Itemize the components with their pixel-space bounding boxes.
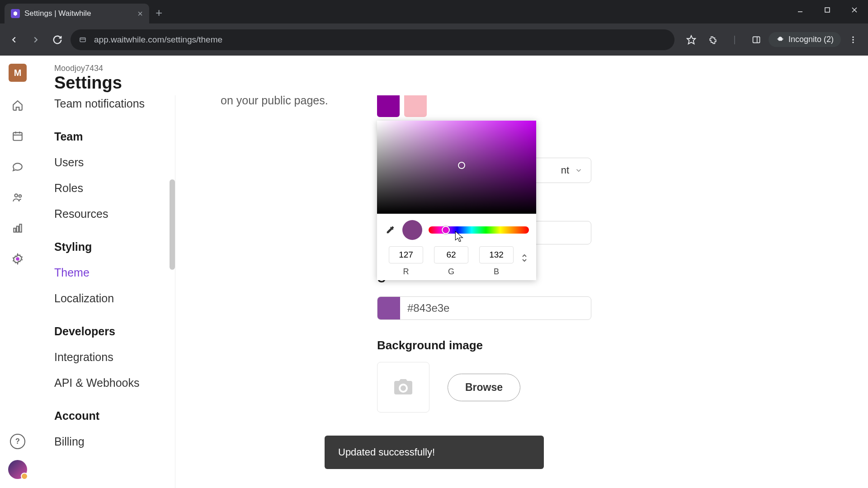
breadcrumb: Moodjoy7434 — [54, 64, 868, 73]
svg-point-17 — [19, 195, 21, 197]
site-info-icon[interactable] — [78, 35, 88, 45]
sidebar-item-api-webhooks[interactable]: API & Webhooks — [54, 370, 165, 396]
sidebar-item-billing[interactable]: Billing — [54, 429, 165, 455]
sv-cursor[interactable] — [458, 162, 465, 169]
app: M ? Moodjoy7434 Settings Team notificati… — [0, 56, 868, 488]
hue-slider[interactable] — [429, 226, 529, 234]
theme-description: on your public pages. — [221, 93, 356, 108]
user-avatar[interactable] — [8, 460, 27, 479]
sidebar-heading-account: Account — [54, 396, 165, 429]
svg-rect-19 — [17, 226, 19, 232]
incognito-icon — [776, 35, 785, 44]
favicon — [11, 9, 20, 18]
swatch-primary[interactable] — [377, 95, 400, 117]
browse-button[interactable]: Browse — [448, 374, 520, 401]
cover-hex-value[interactable]: #843e3e — [400, 297, 591, 319]
select-value-suffix: nt — [561, 164, 569, 176]
b-input[interactable] — [479, 246, 514, 263]
extensions-icon[interactable] — [703, 30, 722, 49]
page-header: Moodjoy7434 Settings — [35, 56, 868, 95]
minimize-button[interactable] — [787, 0, 814, 20]
incognito-badge[interactable]: Incognito (2) — [769, 32, 841, 47]
people-icon[interactable] — [10, 190, 25, 205]
color-chip-cover[interactable] — [377, 297, 400, 319]
page-title: Settings — [54, 73, 868, 93]
g-input[interactable] — [434, 246, 468, 263]
svg-rect-1 — [825, 8, 830, 12]
analytics-icon[interactable] — [10, 221, 25, 235]
hue-thumb[interactable] — [442, 226, 450, 234]
eyedropper-icon[interactable] — [384, 224, 396, 236]
new-tab-button[interactable]: + — [156, 6, 162, 20]
back-button[interactable] — [5, 31, 23, 48]
sidebar-item-integrations[interactable]: Integrations — [54, 344, 165, 370]
sidebar-item-users[interactable]: Users — [54, 150, 165, 175]
settings-icon[interactable] — [10, 252, 25, 266]
svg-rect-7 — [753, 37, 760, 42]
sidebar-heading-developers: Developers — [54, 311, 165, 344]
sidepanel-icon[interactable] — [747, 30, 766, 49]
browser-chrome: Settings | Waitwhile × + app.waitwhile.c… — [0, 0, 868, 56]
url-field[interactable]: app.waitwhile.com/settings/theme — [71, 29, 675, 50]
sidebar-item-theme[interactable]: Theme — [54, 260, 165, 286]
chat-icon[interactable] — [10, 160, 25, 174]
svg-point-16 — [15, 194, 18, 197]
tab-close-icon[interactable]: × — [137, 9, 143, 19]
sidebar-item-team-notifications[interactable]: Team notifications — [54, 95, 165, 117]
svg-point-10 — [852, 39, 854, 40]
toolbar-right: | Incognito (2) — [679, 30, 863, 49]
browser-tab[interactable]: Settings | Waitwhile × — [5, 4, 149, 23]
chevron-down-icon — [575, 166, 583, 174]
org-avatar[interactable]: M — [9, 64, 27, 82]
r-input[interactable] — [389, 246, 423, 263]
background-image-label: Background image — [377, 338, 483, 352]
svg-point-21 — [16, 258, 19, 261]
color-preview — [402, 220, 422, 240]
close-window-button[interactable] — [841, 0, 868, 20]
camera-icon — [392, 376, 414, 398]
sidebar-scrollbar[interactable] — [170, 179, 175, 270]
saturation-value-area[interactable] — [377, 121, 536, 214]
main-panel: on your public pages. L nt B — [175, 95, 868, 488]
sidebar-item-resources[interactable]: Resources — [54, 201, 165, 227]
toast-message: Updated successfully! — [338, 446, 435, 458]
tab-bar: Settings | Waitwhile × + — [0, 0, 868, 23]
maximize-button[interactable] — [814, 0, 841, 20]
help-icon[interactable]: ? — [10, 434, 25, 449]
svg-rect-4 — [80, 38, 85, 42]
settings-sidebar: Team notifications Team Users Roles Reso… — [35, 95, 175, 488]
color-mode-toggle[interactable] — [522, 254, 527, 269]
home-icon[interactable] — [10, 98, 25, 113]
b-label: B — [494, 267, 499, 277]
calendar-icon[interactable] — [10, 129, 25, 143]
window-controls — [787, 0, 868, 20]
swatch-secondary[interactable] — [404, 95, 427, 117]
bookmark-icon[interactable] — [682, 30, 701, 49]
incognito-label: Incognito (2) — [788, 35, 834, 44]
url-text: app.waitwhile.com/settings/theme — [94, 35, 222, 45]
svg-marker-6 — [687, 35, 695, 43]
color-input-cover[interactable]: #843e3e — [377, 296, 591, 320]
kebab-menu-icon[interactable] — [844, 30, 863, 49]
forward-button[interactable] — [27, 31, 44, 48]
nav-rail: M ? — [0, 56, 35, 488]
reload-button[interactable] — [49, 31, 66, 48]
image-placeholder[interactable] — [377, 362, 429, 413]
color-picker: R G B — [377, 121, 536, 280]
svg-rect-20 — [19, 224, 21, 232]
sidebar-item-roles[interactable]: Roles — [54, 175, 165, 201]
svg-point-9 — [852, 36, 854, 38]
g-label: G — [448, 267, 454, 277]
sidebar-heading-styling: Styling — [54, 227, 165, 260]
svg-rect-12 — [13, 132, 22, 140]
svg-rect-18 — [14, 228, 15, 232]
toast: Updated successfully! — [325, 436, 544, 469]
sidebar-heading-team: Team — [54, 117, 165, 150]
content: Moodjoy7434 Settings Team notifications … — [35, 56, 868, 488]
svg-point-11 — [852, 42, 854, 43]
address-bar: app.waitwhile.com/settings/theme | Incog… — [0, 23, 868, 56]
tab-title: Settings | Waitwhile — [24, 9, 91, 18]
r-label: R — [403, 267, 409, 277]
sidebar-item-localization[interactable]: Localization — [54, 286, 165, 311]
